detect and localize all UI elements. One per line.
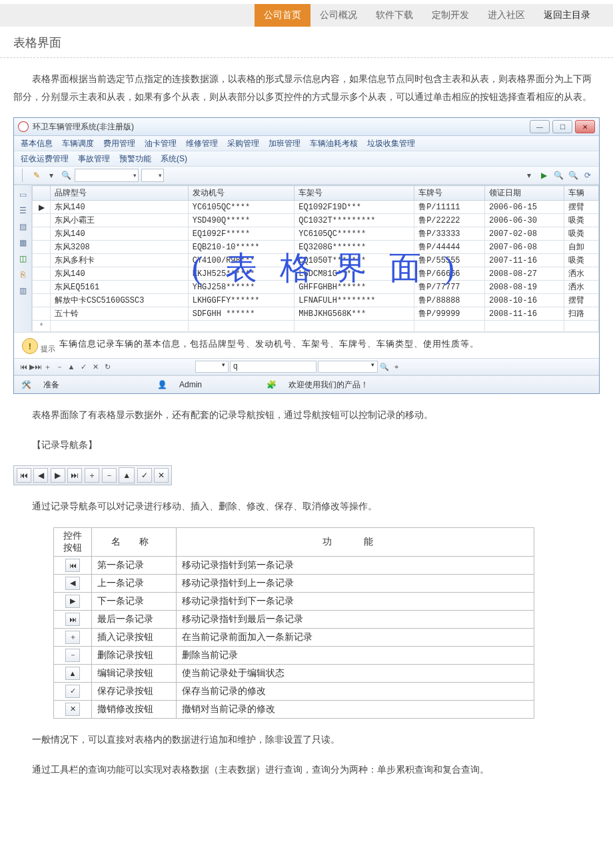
table-row[interactable]: 东风EQ5161YHGJ258******GHFFGHBH******鲁P/77… bbox=[33, 281, 599, 294]
cell[interactable]: 鲁P/44444 bbox=[414, 241, 485, 254]
cell[interactable]: 2008-08-27 bbox=[484, 267, 564, 281]
new-row[interactable]: * bbox=[33, 321, 599, 332]
sidebar-select-icon[interactable]: ▭ bbox=[17, 189, 28, 200]
cell[interactable]: 鲁P/77777 bbox=[414, 281, 485, 294]
cell[interactable]: MHBJKHG568K*** bbox=[295, 307, 414, 321]
cell[interactable]: 鲁P/99999 bbox=[414, 307, 485, 321]
table-row[interactable]: 东风140KKJH525******LGDCM81G*** **鲁P/66666… bbox=[33, 267, 599, 281]
col-vehicle-type[interactable]: 车辆 bbox=[564, 186, 599, 201]
cell[interactable]: 鲁P/55555 bbox=[414, 254, 485, 267]
cell[interactable]: 鲁P/88888 bbox=[414, 294, 485, 307]
search-icon[interactable]: 🔍 bbox=[60, 169, 72, 181]
col-engine[interactable]: 发动机号 bbox=[188, 186, 295, 201]
nav-combo-1[interactable]: ▾ bbox=[195, 361, 229, 373]
cell[interactable]: 东风140 bbox=[51, 267, 189, 281]
cell[interactable]: 自卸 bbox=[564, 241, 599, 254]
cell[interactable]: 鲁P/66666 bbox=[414, 267, 485, 281]
nav-cancel-icon[interactable]: ✕ bbox=[90, 361, 101, 372]
cell[interactable]: 摆臂 bbox=[564, 294, 599, 307]
menu-maintenance[interactable]: 维修管理 bbox=[186, 138, 218, 149]
menu-vehicle-dispatch[interactable]: 车辆调度 bbox=[62, 138, 94, 149]
dropdown2-icon[interactable]: ▾ bbox=[523, 169, 535, 181]
maximize-button[interactable]: ☐ bbox=[552, 120, 572, 133]
cell[interactable]: 洒水 bbox=[564, 267, 599, 281]
table-row[interactable]: 东风3208EQB210-10*****EQ3208G*******鲁P/444… bbox=[33, 241, 599, 254]
menu-fee[interactable]: 费用管理 bbox=[103, 138, 135, 149]
tb-next-icon[interactable]: ▶ bbox=[51, 468, 65, 483]
cell[interactable]: 东风EQ5161 bbox=[51, 281, 189, 294]
cell[interactable]: 2007-02-08 bbox=[484, 227, 564, 241]
tb-first-icon[interactable]: ⏮ bbox=[17, 468, 31, 483]
cell[interactable]: EQB210-10***** bbox=[188, 241, 295, 254]
menu-alert[interactable]: 预警功能 bbox=[119, 153, 151, 165]
cell[interactable]: 2008-11-16 bbox=[484, 307, 564, 321]
tb-edit-icon[interactable]: ▲ bbox=[119, 467, 135, 483]
cell[interactable]: 扫路 bbox=[564, 307, 599, 321]
col-plate[interactable]: 车牌号 bbox=[414, 186, 485, 201]
nav-search-icon[interactable]: 🔍 bbox=[379, 361, 390, 372]
cell[interactable]: 2007-11-16 bbox=[484, 254, 564, 267]
sidebar-page-icon[interactable]: ▦ bbox=[17, 237, 28, 248]
cell[interactable]: 吸粪 bbox=[564, 214, 599, 227]
nav-locate-icon[interactable]: ⌖ bbox=[391, 361, 402, 372]
find-icon[interactable]: 🔍 bbox=[552, 169, 564, 181]
cell[interactable]: 东风140 bbox=[51, 227, 189, 241]
menu-basic-info[interactable]: 基本信息 bbox=[21, 138, 53, 149]
cell[interactable]: 2006-06-15 bbox=[484, 201, 564, 214]
cell[interactable]: 2006-06-30 bbox=[484, 214, 564, 227]
cell[interactable]: 2008-08-19 bbox=[484, 281, 564, 294]
cell[interactable]: 吸粪 bbox=[564, 227, 599, 241]
table-row[interactable]: 五十铃SDFGHH ******MHBJKHG568K***鲁P/9999920… bbox=[33, 307, 599, 321]
cell[interactable]: LGDCM81G*** ** bbox=[295, 267, 414, 281]
menu-overtime[interactable]: 加班管理 bbox=[269, 138, 301, 149]
sidebar-chart-icon[interactable]: ◫ bbox=[17, 253, 28, 264]
cell[interactable]: 东风多利卡 bbox=[51, 254, 189, 267]
cell[interactable]: 鲁P/22222 bbox=[414, 214, 485, 227]
nav-custom-dev[interactable]: 定制开发 bbox=[422, 4, 478, 27]
cell[interactable]: CQ1050T***.*** bbox=[295, 254, 414, 267]
cell[interactable]: 解放中卡CSC5160GSSC3 bbox=[51, 294, 189, 307]
cell[interactable]: 2008-10-16 bbox=[484, 294, 564, 307]
cell[interactable]: 2007-06-08 bbox=[484, 241, 564, 254]
cell[interactable]: EQ1092F19D*** bbox=[295, 201, 414, 214]
col-frame[interactable]: 车架号 bbox=[295, 186, 414, 201]
tb-last-icon[interactable]: ⏭ bbox=[67, 468, 82, 483]
cell[interactable]: 鲁P/33333 bbox=[414, 227, 485, 241]
cell[interactable]: YC6105QC****** bbox=[295, 227, 414, 241]
nav-combo-2[interactable]: ▾ bbox=[318, 361, 378, 373]
cell[interactable]: EQ3208G******* bbox=[295, 241, 414, 254]
sidebar-tree-icon[interactable]: ☰ bbox=[17, 205, 28, 216]
menu-purchase[interactable]: 采购管理 bbox=[227, 138, 259, 149]
data-grid[interactable]: (表格界面) 品牌型号 发动机号 车架号 车牌号 领证日期 车辆 ▶东风140Y… bbox=[32, 185, 599, 332]
menu-freight[interactable]: 征收运费管理 bbox=[21, 153, 69, 165]
tb-insert-icon[interactable]: ＋ bbox=[85, 468, 99, 483]
close-button[interactable]: ✕ bbox=[575, 120, 595, 133]
col-issue-date[interactable]: 领证日期 bbox=[484, 186, 564, 201]
nav-first-icon[interactable]: ⏮ bbox=[18, 361, 29, 372]
table-row[interactable]: 东风140EQ1092F*****YC6105QC******鲁P/333332… bbox=[33, 227, 599, 241]
sidebar-db-icon[interactable]: ▥ bbox=[17, 285, 28, 296]
cell[interactable]: LKHGGFFY****** bbox=[188, 294, 295, 307]
refresh-icon[interactable]: ⟳ bbox=[582, 169, 594, 181]
cell[interactable]: 吸粪 bbox=[564, 254, 599, 267]
cell[interactable]: KKJH525****** bbox=[188, 267, 295, 281]
col-brand-model[interactable]: 品牌型号 bbox=[51, 186, 189, 201]
cell[interactable]: YC6105QC**** bbox=[188, 201, 295, 214]
tb-save-icon[interactable]: ✓ bbox=[137, 468, 152, 483]
cell[interactable]: 摆臂 bbox=[564, 201, 599, 214]
nav-refresh-icon[interactable]: ↻ bbox=[102, 361, 113, 372]
cell[interactable]: CY4100/R98*** bbox=[188, 254, 295, 267]
cell[interactable]: 五十铃 bbox=[51, 307, 189, 321]
table-row[interactable]: 东风小霸王YSD490Q*****QC1032T*********鲁P/2222… bbox=[33, 214, 599, 227]
nav-about[interactable]: 公司概况 bbox=[310, 4, 366, 27]
tb-prev-icon[interactable]: ◀ bbox=[33, 468, 48, 483]
tb-delete-icon[interactable]: － bbox=[102, 468, 117, 483]
cell[interactable]: EQ1092F***** bbox=[188, 227, 295, 241]
dropdown-icon[interactable]: ▾ bbox=[45, 169, 57, 181]
sidebar-doc-icon[interactable]: ▤ bbox=[17, 221, 28, 232]
table-row[interactable]: ▶东风140YC6105QC****EQ1092F19D***鲁P/111112… bbox=[33, 201, 599, 214]
cell[interactable]: GHFFGHBH****** bbox=[295, 281, 414, 294]
minimize-button[interactable]: — bbox=[530, 120, 550, 133]
sidebar-link-icon[interactable]: ⎘ bbox=[17, 269, 28, 280]
nav-query-input[interactable]: q bbox=[230, 361, 316, 373]
